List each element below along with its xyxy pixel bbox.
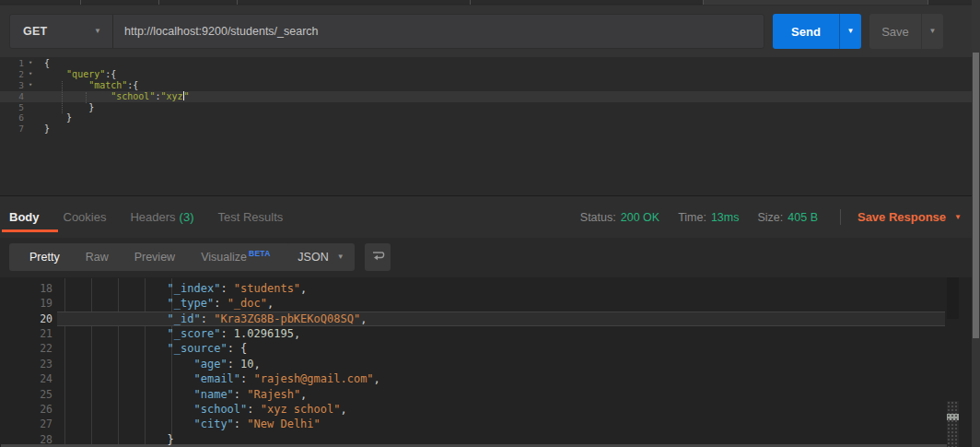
- send-button[interactable]: Send ▼: [773, 14, 861, 49]
- status-indicator: Status: 200 OK: [580, 211, 659, 224]
- code-line-3[interactable]: 3▾ "match":{: [0, 80, 980, 91]
- active-tab-edge: [703, 0, 928, 5]
- code-line-2[interactable]: 2▾ "query":{: [0, 69, 980, 80]
- tab-headers[interactable]: Headers(3): [118, 196, 205, 238]
- method-select[interactable]: GET ▼: [10, 15, 113, 48]
- view-mode-pretty[interactable]: Pretty: [17, 251, 73, 264]
- response-view-toolbar: PrettyRawPreviewVisualizeBETA JSON ▼: [0, 238, 980, 277]
- code-text: "school":"xyz": [44, 91, 190, 102]
- request-tab-strip: [0, 0, 980, 5]
- view-mode-preview[interactable]: Preview: [122, 251, 188, 264]
- vertical-divider: [840, 209, 841, 225]
- wrap-text-button[interactable]: [365, 243, 391, 271]
- tab-body[interactable]: Body: [9, 196, 52, 238]
- view-mode-raw[interactable]: Raw: [73, 251, 122, 264]
- response-tabs: BodyCookiesHeaders(3)Test Results: [9, 196, 295, 238]
- line-number: 25: [0, 387, 52, 402]
- code-line-20: 20 "_id": "Kra3ZG8B-pbKEKoQ08SQ",: [0, 312, 980, 326]
- code-text: "school": "xyz school",: [61, 402, 347, 417]
- send-options-button[interactable]: ▼: [840, 14, 861, 49]
- save-options-button[interactable]: ▼: [922, 14, 943, 49]
- line-number: 18: [0, 281, 52, 296]
- line-number: 6: [0, 112, 24, 124]
- code-text: "age": 10,: [61, 357, 261, 371]
- response-body-viewer: 18 "_index": "students",19 "_type": "_do…: [0, 277, 980, 447]
- tab-separator: [237, 0, 238, 5]
- code-line-25: 25 "name": "Rajesh",: [0, 387, 980, 402]
- response-scrollbar[interactable]: [947, 277, 959, 447]
- code-line-7[interactable]: 7}: [0, 124, 980, 135]
- fold-toggle-icon[interactable]: ▾: [24, 69, 37, 80]
- code-text: "_index": "students",: [61, 281, 307, 296]
- code-text: }: [61, 432, 174, 447]
- size-value: 405 B: [788, 211, 818, 224]
- fold-toggle-icon[interactable]: ▾: [24, 58, 37, 69]
- code-text: "name": "Rajesh",: [61, 387, 307, 402]
- line-number: 7: [0, 124, 24, 135]
- page-scrollbar[interactable]: [972, 0, 980, 447]
- chevron-down-icon: ▼: [847, 28, 855, 35]
- code-line-27: 27 "city": "New Delhi": [0, 417, 980, 431]
- save-response-button[interactable]: Save Response ▼: [858, 210, 962, 224]
- code-text: "email": "rajesh@gmail.com",: [61, 371, 380, 386]
- time-label: Time:: [678, 211, 706, 224]
- status-value: 200 OK: [621, 211, 659, 224]
- tab-separator: [928, 0, 928, 5]
- view-mode-label: Visualize: [201, 251, 247, 264]
- request-url-bar: GET ▼ Send ▼ Save ▼: [0, 6, 980, 57]
- postman-window: GET ▼ Send ▼ Save ▼ 1▾{2▾ "query":{3▾ "m…: [0, 0, 980, 447]
- line-number: 28: [0, 432, 52, 447]
- scrollbar-thumb[interactable]: [947, 414, 959, 420]
- code-line-23: 23 "age": 10,: [0, 357, 980, 371]
- url-input[interactable]: [113, 15, 764, 48]
- line-number: 22: [0, 341, 52, 356]
- code-line-19: 19 "_type": "_doc",: [0, 296, 980, 311]
- line-number: 24: [0, 371, 52, 386]
- code-line-5[interactable]: 5 }: [0, 102, 980, 113]
- view-mode-label: Preview: [134, 251, 175, 264]
- line-number: 26: [0, 402, 52, 417]
- line-number: 27: [0, 417, 52, 431]
- chevron-down-icon: ▼: [954, 214, 962, 221]
- code-line-6[interactable]: 6 }: [0, 112, 980, 124]
- request-body-editor[interactable]: 1▾{2▾ "query":{3▾ "match":{4 "school":"x…: [0, 57, 980, 195]
- code-line-1[interactable]: 1▾{: [0, 58, 980, 69]
- code-text: "_id": "Kra3ZG8B-pbKEKoQ08SQ",: [61, 312, 367, 326]
- line-number: 23: [0, 357, 52, 371]
- fold-toggle-icon[interactable]: ▾: [24, 80, 37, 91]
- line-number: 1: [0, 58, 24, 69]
- format-select[interactable]: JSON ▼: [287, 243, 355, 271]
- save-button-label[interactable]: Save: [869, 14, 922, 49]
- format-label: JSON: [298, 251, 328, 264]
- size-indicator: Size: 405 B: [758, 211, 818, 224]
- chevron-down-icon: ▼: [94, 28, 101, 35]
- view-mode-visualize[interactable]: VisualizeBETA: [188, 251, 284, 264]
- status-label: Status:: [580, 211, 616, 224]
- line-number: 2: [0, 69, 24, 80]
- code-text: "_score": 1.0296195,: [61, 326, 300, 341]
- tab-cookies[interactable]: Cookies: [52, 196, 119, 238]
- code-line-18: 18 "_index": "students",: [0, 281, 980, 296]
- code-line-22: 22 "_source": {: [0, 341, 980, 356]
- code-text: }: [44, 102, 94, 113]
- tab-separator: [703, 0, 704, 5]
- scrollbar-track: [947, 277, 959, 319]
- save-button[interactable]: Save ▼: [869, 14, 943, 49]
- time-indicator: Time: 13ms: [678, 211, 739, 224]
- response-code-lines: 18 "_index": "students",19 "_type": "_do…: [0, 281, 980, 447]
- view-mode-label: Raw: [86, 251, 109, 264]
- tab-test-results[interactable]: Test Results: [206, 196, 296, 238]
- tab-label: Cookies: [64, 210, 107, 224]
- wrap-text-icon: [371, 249, 385, 265]
- tab-separator: [470, 0, 471, 5]
- send-button-label[interactable]: Send: [773, 14, 840, 49]
- code-line-4[interactable]: 4 "school":"xyz": [0, 91, 980, 102]
- response-header: BodyCookiesHeaders(3)Test Results Status…: [0, 196, 980, 238]
- save-response-label: Save Response: [858, 210, 946, 224]
- size-label: Size:: [758, 211, 784, 224]
- line-number: 5: [0, 102, 24, 113]
- page-scrollbar-thumb[interactable]: [973, 53, 979, 338]
- chevron-down-icon: ▼: [929, 28, 937, 35]
- code-text: "_type": "_doc",: [61, 296, 274, 311]
- code-line-26: 26 "school": "xyz school",: [0, 402, 980, 417]
